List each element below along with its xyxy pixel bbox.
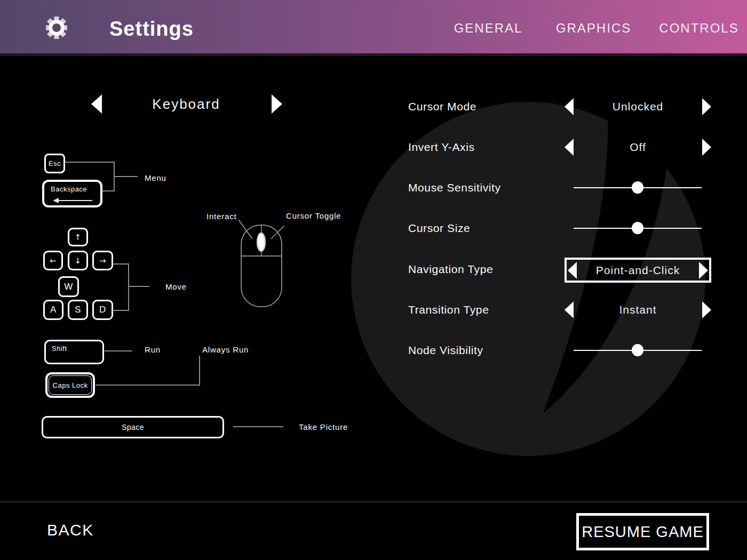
resume-game-button[interactable]: RESUME GAME xyxy=(576,513,709,550)
footer-divider xyxy=(0,501,747,502)
slider-knob[interactable] xyxy=(632,344,643,356)
key-esc-label: Esc xyxy=(49,159,61,167)
connector-line xyxy=(199,356,200,386)
invert-y-axis-next-arrow-icon[interactable] xyxy=(702,139,711,156)
settings-screen: Settings GENERAL GRAPHICS CONTROLS Keybo… xyxy=(0,0,747,560)
transition-type-prev-arrow-icon[interactable] xyxy=(565,301,574,318)
key-w: W xyxy=(58,276,79,297)
transition-type-value: Instant xyxy=(574,303,702,316)
top-bar-shadow xyxy=(0,53,747,56)
mouse-diagram xyxy=(229,208,347,315)
cursor-mode-prev-arrow-icon[interactable] xyxy=(565,98,574,115)
back-button[interactable]: BACK xyxy=(47,521,94,539)
setting-label-node-visibility: Node Visibility xyxy=(408,344,483,357)
navigation-type-value: Point-and-Click xyxy=(577,264,699,277)
key-s-label: S xyxy=(75,305,81,315)
key-d-label: D xyxy=(99,305,106,315)
key-backspace: Backspace xyxy=(42,180,102,207)
setting-label-cursor-mode: Cursor Mode xyxy=(408,100,476,113)
key-caps-lock: Caps Lock xyxy=(45,372,95,398)
binding-label-move: Move xyxy=(165,282,187,291)
interact-pointer-line xyxy=(239,220,252,239)
key-space: Space xyxy=(42,416,224,438)
invert-y-axis-value: Off xyxy=(574,141,702,154)
navigation-type-prev-arrow-icon[interactable] xyxy=(568,262,577,279)
connector-line xyxy=(105,350,132,351)
key-a: A xyxy=(43,300,63,320)
page-title: Settings xyxy=(109,18,194,41)
mouse-wheel-icon xyxy=(257,233,265,251)
key-caps-lock-label: Caps Lock xyxy=(53,381,88,389)
resume-game-label: RESUME GAME xyxy=(582,523,704,541)
connector-line xyxy=(128,286,149,287)
cursor-size-slider[interactable] xyxy=(574,222,702,235)
setting-label-invert-y-axis: Invert Y-Axis xyxy=(408,141,475,154)
transition-type-selector: Instant xyxy=(565,298,711,322)
setting-label-cursor-size: Cursor Size xyxy=(408,222,470,235)
transition-type-next-arrow-icon[interactable] xyxy=(702,301,711,318)
keyboard-prev-arrow-icon[interactable] xyxy=(91,94,102,114)
top-bar: Settings GENERAL GRAPHICS CONTROLS xyxy=(0,0,747,53)
tab-general[interactable]: GENERAL xyxy=(451,21,526,36)
keyboard-panel-title: Keyboard xyxy=(133,96,240,113)
key-space-label: Space xyxy=(122,423,144,431)
slider-knob[interactable] xyxy=(632,222,643,234)
binding-label-take-picture: Take Picture xyxy=(299,422,348,431)
key-arrow-left: ← xyxy=(43,251,63,270)
connector-line xyxy=(114,176,138,177)
key-shift-label: Shift xyxy=(52,345,67,353)
cursor-toggle-pointer-line xyxy=(271,226,284,239)
key-s: S xyxy=(68,300,88,320)
key-backspace-label: Backspace xyxy=(51,185,87,193)
slider-knob[interactable] xyxy=(632,181,643,194)
node-visibility-slider[interactable] xyxy=(574,344,702,357)
setting-label-navigation-type: Navigation Type xyxy=(408,263,493,276)
keyboard-next-arrow-icon[interactable] xyxy=(272,94,282,114)
key-shift: Shift xyxy=(44,340,104,364)
up-arrow-key-icon: ↑ xyxy=(74,233,81,242)
tab-graphics[interactable]: GRAPHICS xyxy=(555,21,632,36)
cursor-mode-selector: Unlocked xyxy=(565,95,711,118)
connector-line xyxy=(128,263,129,311)
navigation-type-next-arrow-icon[interactable] xyxy=(699,262,708,279)
connector-line xyxy=(102,190,115,191)
connector-line xyxy=(233,426,283,427)
navigation-type-selector-highlighted: Point-and-Click xyxy=(565,258,711,283)
connector-line xyxy=(65,162,115,163)
cursor-mode-next-arrow-icon[interactable] xyxy=(702,98,711,115)
binding-label-menu: Menu xyxy=(145,173,166,182)
cursor-mode-value: Unlocked xyxy=(574,100,702,113)
key-arrow-right: → xyxy=(92,251,113,270)
right-arrow-key-icon: → xyxy=(99,256,106,266)
connector-line xyxy=(113,310,129,311)
connector-line xyxy=(113,263,129,265)
key-d: D xyxy=(92,300,113,320)
down-arrow-key-icon: ↓ xyxy=(74,256,81,266)
key-arrow-up: ↑ xyxy=(68,228,88,246)
key-esc: Esc xyxy=(44,154,65,173)
left-arrow-key-icon: ← xyxy=(50,256,57,266)
invert-y-axis-prev-arrow-icon[interactable] xyxy=(565,139,574,156)
binding-label-run: Run xyxy=(145,345,161,354)
tab-controls[interactable]: CONTROLS xyxy=(659,21,739,36)
connector-line xyxy=(96,385,200,386)
backspace-arrow-icon xyxy=(52,197,94,204)
setting-label-mouse-sensitivity: Mouse Sensitivity xyxy=(408,181,501,194)
invert-y-axis-selector: Off xyxy=(565,135,711,159)
key-a-label: A xyxy=(50,305,57,315)
key-w-label: W xyxy=(64,282,73,292)
setting-label-transition-type: Transition Type xyxy=(408,303,489,316)
mouse-sensitivity-slider[interactable] xyxy=(574,181,702,194)
key-arrow-down: ↓ xyxy=(68,251,88,270)
gear-icon xyxy=(46,15,67,40)
binding-label-always-run: Always Run xyxy=(202,345,249,354)
